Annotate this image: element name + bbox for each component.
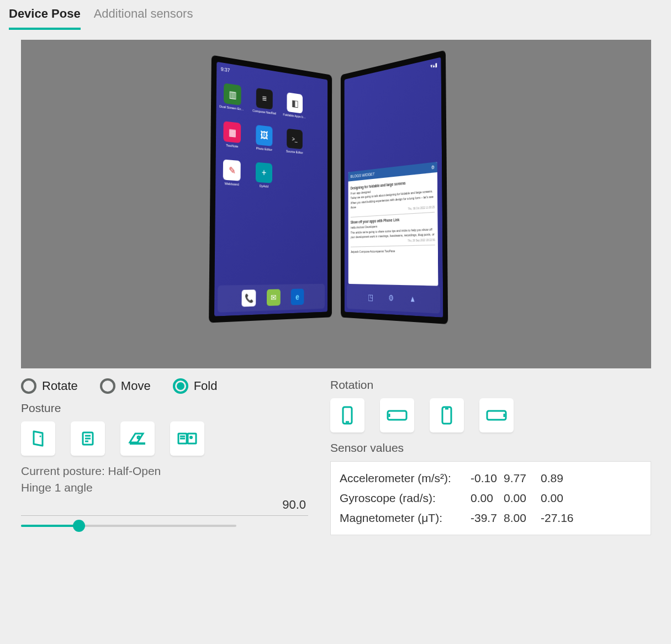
sensor-value: -0.10 xyxy=(471,472,497,485)
sensor-accelerometer-label: Accelerometer (m/s²): xyxy=(340,472,464,485)
device-right-panel: ▾▴▮ BLOGS WIDGET ⚙ Designing for foldabl… xyxy=(340,50,447,324)
phone-landscape-right-icon xyxy=(485,407,508,424)
phone-portrait-icon xyxy=(338,405,357,426)
dock-right: ◳ ⚙ ▲ xyxy=(346,283,440,313)
rotation-section-label: Rotation xyxy=(330,378,651,392)
dock-edge-icon: e xyxy=(290,288,304,305)
sensor-value: -39.7 xyxy=(471,511,497,525)
phone-landscape-left-icon xyxy=(385,407,409,424)
posture-closed-button[interactable] xyxy=(21,421,55,456)
sensor-row: Gyroscope (rad/s): 0.00 0.00 0.00 xyxy=(335,488,646,508)
tab-additional-sensors[interactable]: Additional sensors xyxy=(94,7,193,30)
svg-point-8 xyxy=(189,436,193,439)
rotation-portrait-reverse-button[interactable] xyxy=(430,398,464,432)
status-icons: ▾▴▮ xyxy=(430,61,437,69)
svg-point-5 xyxy=(138,436,140,439)
hinge-angle-value[interactable]: 90.0 xyxy=(21,498,308,516)
status-bar-right: ▾▴▮ xyxy=(344,58,441,90)
slider-thumb[interactable] xyxy=(73,520,85,532)
closed-book-icon xyxy=(29,429,47,448)
posture-flat-button[interactable] xyxy=(71,421,105,456)
app-icon: >_Source Editor xyxy=(283,128,305,161)
half-open-laptop-icon xyxy=(126,429,149,448)
svg-rect-13 xyxy=(388,411,406,420)
widget-gear-icon: ⚙ xyxy=(431,164,434,170)
rotation-landscape-right-button[interactable] xyxy=(479,398,514,432)
status-bar-left: 9:37 xyxy=(216,62,327,90)
posture-section-label: Posture xyxy=(21,402,308,415)
flat-page-icon xyxy=(78,429,97,448)
posture-button-row xyxy=(21,421,308,456)
radio-fold[interactable]: Fold xyxy=(173,378,218,394)
dock-messages-icon: ✉ xyxy=(266,289,280,305)
dock-phone-icon: 📞 xyxy=(241,289,256,307)
app-icon: ≡Compose NavRail xyxy=(253,87,276,122)
sensor-value: 9.77 xyxy=(504,472,534,485)
tab-bar: Device Pose Additional sensors xyxy=(0,0,671,30)
hinge-angle-label: Hinge 1 angle xyxy=(21,481,308,494)
sensor-value: 8.00 xyxy=(504,511,534,525)
device-left-panel: 9:37 ▥Dual Screen Experi... ≡Compose Nav… xyxy=(209,55,332,323)
manipulation-mode-radios: Rotate Move Fold xyxy=(21,378,308,394)
hinge-angle-slider[interactable] xyxy=(21,520,236,531)
dock-app-icon: ◳ xyxy=(364,288,376,305)
dock-settings-icon: ⚙ xyxy=(385,289,397,306)
app-grid: ▥Dual Screen Experi... ≡Compose NavRail … xyxy=(219,82,324,198)
sensor-gyroscope-label: Gyroscope (rad/s): xyxy=(340,492,464,505)
rotation-landscape-left-button[interactable] xyxy=(380,398,414,432)
svg-rect-17 xyxy=(487,411,506,420)
status-time: 9:37 xyxy=(220,66,230,73)
app-icon: ▦TwoNote xyxy=(220,120,244,155)
device-preview-viewport[interactable]: 9:37 ▥Dual Screen Experi... ≡Compose Nav… xyxy=(21,40,651,368)
app-icon: ✎Webboard xyxy=(219,159,243,193)
sensor-values-label: Sensor values xyxy=(330,441,651,455)
sensor-row: Magnetometer (μT): -39.7 8.00 -27.16 xyxy=(335,508,646,528)
widget-title: BLOGS WIDGET xyxy=(350,171,374,179)
svg-point-0 xyxy=(40,436,41,437)
sensor-row: Accelerometer (m/s²): -0.10 9.77 0.89 xyxy=(335,468,646,488)
sensor-values-table: Accelerometer (m/s²): -0.10 9.77 0.89 Gy… xyxy=(330,461,651,535)
radio-rotate[interactable]: Rotate xyxy=(21,378,78,394)
app-icon: ◧Foldable Apps by S... xyxy=(284,92,305,125)
app-icon: +DyAdd xyxy=(252,162,275,195)
sensor-value: 0.00 xyxy=(541,492,579,505)
tab-device-pose[interactable]: Device Pose xyxy=(9,7,81,30)
book-open-icon xyxy=(176,429,198,448)
rotation-button-row xyxy=(330,398,651,432)
sensor-value: 0.00 xyxy=(504,492,534,505)
sensor-value: -27.16 xyxy=(541,511,579,525)
phone-portrait-reverse-icon xyxy=(437,405,456,426)
app-icon: ▥Dual Screen Experi... xyxy=(220,82,244,117)
sensor-value: 0.89 xyxy=(541,472,579,485)
app-icon: 🖼Photo Editor xyxy=(252,124,275,158)
radio-move[interactable]: Move xyxy=(100,378,151,394)
rotation-portrait-button[interactable] xyxy=(330,398,364,432)
dock-gallery-icon: ▲ xyxy=(406,290,419,308)
current-posture-label: Current posture: Half-Open xyxy=(21,464,308,478)
posture-half-open-button[interactable] xyxy=(120,421,155,456)
sensor-magnetometer-label: Magnetometer (μT): xyxy=(340,511,464,525)
sensor-value: 0.00 xyxy=(471,492,497,505)
blogs-widget: BLOGS WIDGET ⚙ Designing for foldable an… xyxy=(348,161,438,286)
posture-book-button[interactable] xyxy=(170,421,204,456)
dock-left: 📞 ✉ e xyxy=(217,283,324,312)
